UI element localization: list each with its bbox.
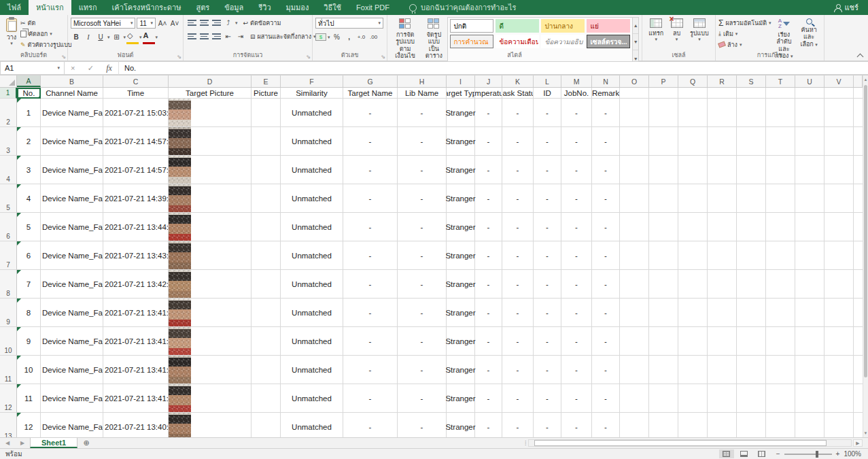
cell-E7[interactable] bbox=[251, 241, 281, 270]
cell-I3[interactable]: Stranger bbox=[447, 127, 475, 156]
column-header-G[interactable]: G bbox=[343, 75, 398, 87]
cell-style-ดี[interactable]: ดี bbox=[496, 19, 539, 33]
scroll-down-icon[interactable]: ▼ bbox=[863, 429, 868, 437]
cell-T9[interactable] bbox=[766, 299, 795, 327]
share-button[interactable]: แชร์ bbox=[824, 0, 868, 15]
cell-G3[interactable]: - bbox=[343, 127, 398, 156]
cell-G13[interactable]: - bbox=[343, 413, 398, 437]
cell-O6[interactable] bbox=[620, 213, 649, 241]
cell-I5[interactable]: Stranger bbox=[447, 184, 475, 213]
ribbon-tab-แทรก[interactable]: แทรก bbox=[71, 0, 105, 15]
cell-V2[interactable] bbox=[824, 99, 854, 127]
italic-button[interactable]: I bbox=[83, 32, 94, 42]
cell-C5[interactable]: 2021-07-21 14:39:08 bbox=[103, 184, 169, 213]
cell-J10[interactable]: - bbox=[475, 327, 502, 356]
cell-P11[interactable] bbox=[649, 356, 678, 384]
cell-M7[interactable]: - bbox=[561, 241, 592, 270]
cell-U4[interactable] bbox=[795, 156, 824, 184]
number-dialog-launcher[interactable]: ⇘ bbox=[381, 54, 385, 60]
cell-F2[interactable]: Unmatched bbox=[281, 99, 343, 127]
cell-A4[interactable]: 3 bbox=[17, 156, 41, 184]
cell-Q12[interactable] bbox=[678, 384, 708, 413]
new-sheet-button[interactable]: ⊕ bbox=[77, 438, 95, 448]
cell-F9[interactable]: Unmatched bbox=[281, 299, 343, 327]
cell-N10[interactable]: - bbox=[592, 327, 620, 356]
cell-L10[interactable]: - bbox=[534, 327, 561, 356]
cell-U1[interactable] bbox=[795, 88, 824, 99]
ribbon-tab-สูตร[interactable]: สูตร bbox=[188, 0, 217, 15]
vertical-scrollbar[interactable]: ▲ ▼ bbox=[863, 75, 868, 437]
align-top-button[interactable] bbox=[186, 18, 197, 28]
conditional-formatting-button[interactable]: การจัดรูปแบบ ตามเงื่อนไข ~ bbox=[390, 17, 420, 68]
cell-H9[interactable]: - bbox=[398, 299, 447, 327]
cell-V7[interactable] bbox=[824, 241, 854, 270]
cell-J8[interactable]: - bbox=[475, 270, 502, 299]
cell-O11[interactable] bbox=[620, 356, 649, 384]
shrink-font-button[interactable]: A˅ bbox=[169, 18, 180, 29]
cell-N4[interactable]: - bbox=[592, 156, 620, 184]
column-header-S[interactable]: S bbox=[737, 75, 766, 87]
cell-E9[interactable] bbox=[251, 299, 281, 327]
cell-S11[interactable] bbox=[737, 356, 766, 384]
cell-D7[interactable] bbox=[169, 241, 251, 270]
cell-I12[interactable]: Stranger bbox=[447, 384, 475, 413]
cell-A8[interactable]: 7 bbox=[17, 270, 41, 299]
cell-N2[interactable]: - bbox=[592, 99, 620, 127]
cell-M3[interactable]: - bbox=[561, 127, 592, 156]
cell-D9[interactable] bbox=[169, 299, 251, 327]
cell-U9[interactable] bbox=[795, 299, 824, 327]
cell-J2[interactable]: - bbox=[475, 99, 502, 127]
cell-M9[interactable]: - bbox=[561, 299, 592, 327]
cell-T11[interactable] bbox=[766, 356, 795, 384]
cell-N6[interactable]: - bbox=[592, 213, 620, 241]
row-header-9[interactable]: 9 bbox=[0, 299, 17, 327]
cell-E12[interactable] bbox=[251, 384, 281, 413]
cell-H5[interactable]: - bbox=[398, 184, 447, 213]
cell-O5[interactable] bbox=[620, 184, 649, 213]
cell-C13[interactable]: 2021-07-21 13:40:19 bbox=[103, 413, 169, 437]
cell-G4[interactable]: - bbox=[343, 156, 398, 184]
zoom-thumb[interactable] bbox=[816, 451, 818, 458]
cell-D8[interactable] bbox=[169, 270, 251, 299]
cell-P3[interactable] bbox=[649, 127, 678, 156]
enter-icon[interactable]: ✓ bbox=[88, 64, 94, 73]
align-center-button[interactable] bbox=[198, 31, 209, 41]
cell-O12[interactable] bbox=[620, 384, 649, 413]
cell-Q2[interactable] bbox=[678, 99, 708, 127]
increase-decimal-button[interactable]: +.0 bbox=[356, 32, 367, 42]
cell-S1[interactable] bbox=[737, 88, 766, 99]
normal-view-button[interactable] bbox=[719, 449, 734, 458]
cell-I11[interactable]: Stranger bbox=[447, 356, 475, 384]
column-header-N[interactable]: N bbox=[592, 75, 620, 87]
cell-G10[interactable]: - bbox=[343, 327, 398, 356]
cell-K6[interactable]: - bbox=[502, 213, 534, 241]
horizontal-scroll-track[interactable] bbox=[528, 439, 852, 447]
cell-P6[interactable] bbox=[649, 213, 678, 241]
cell-R10[interactable] bbox=[708, 327, 737, 356]
cell-H1[interactable]: Lib Name bbox=[398, 88, 447, 99]
cell-style-ปานกลาง[interactable]: ปานกลาง bbox=[541, 19, 585, 33]
cell-U2[interactable] bbox=[795, 99, 824, 127]
cell-O2[interactable] bbox=[620, 99, 649, 127]
cell-Q3[interactable] bbox=[678, 127, 708, 156]
scroll-up-icon[interactable]: ▲ bbox=[863, 75, 868, 84]
cell-Q6[interactable] bbox=[678, 213, 708, 241]
cell-Q10[interactable] bbox=[678, 327, 708, 356]
cell-F5[interactable]: Unmatched bbox=[281, 184, 343, 213]
ribbon-tab-หน้าแรก[interactable]: หน้าแรก bbox=[29, 0, 71, 15]
cell-S6[interactable] bbox=[737, 213, 766, 241]
cell-L6[interactable]: - bbox=[534, 213, 561, 241]
cell-T12[interactable] bbox=[766, 384, 795, 413]
cell-A7[interactable]: 6 bbox=[17, 241, 41, 270]
ribbon-tab-ไฟล์[interactable]: ไฟล์ bbox=[0, 0, 29, 15]
cell-J11[interactable]: - bbox=[475, 356, 502, 384]
horizontal-scroll-thumb[interactable] bbox=[534, 440, 827, 446]
cell-M6[interactable]: - bbox=[561, 213, 592, 241]
cell-N13[interactable]: - bbox=[592, 413, 620, 437]
cell-E8[interactable] bbox=[251, 270, 281, 299]
cell-U11[interactable] bbox=[795, 356, 824, 384]
cell-M12[interactable]: - bbox=[561, 384, 592, 413]
cell-S5[interactable] bbox=[737, 184, 766, 213]
cell-K10[interactable]: - bbox=[502, 327, 534, 356]
row-header-13[interactable]: 13 bbox=[0, 413, 17, 437]
